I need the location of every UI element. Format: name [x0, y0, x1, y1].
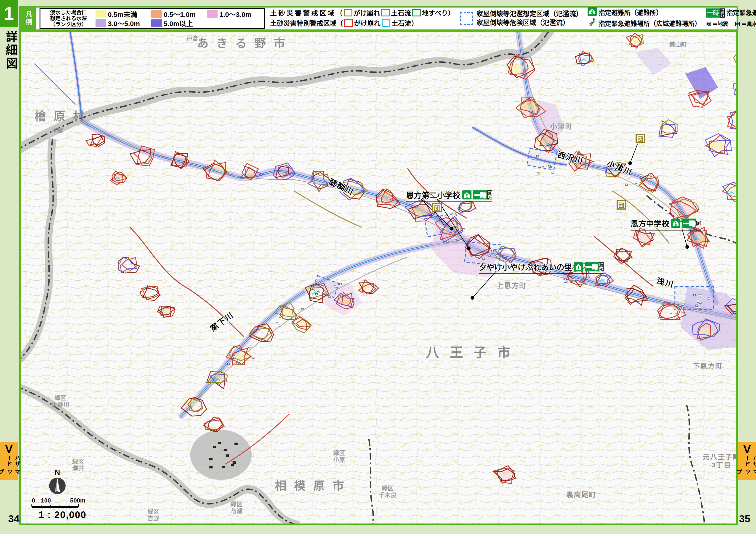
shelter-badge: 地 [487, 190, 492, 195]
map-label: 八王子市 [426, 345, 521, 360]
section-number-badge: 1 [0, 0, 18, 27]
map-label: 美山町 [669, 41, 687, 48]
map-label: 戸倉 [186, 35, 198, 42]
shelter-house-icon [587, 7, 597, 16]
landslide-legend-row: 土砂災害警戒区域（がけ崩れ土石流地すべり） [270, 8, 455, 18]
scale-tick-100: 100 [41, 497, 51, 504]
zone-outline-swatch [412, 9, 421, 16]
map-label: 下恩方町 [693, 362, 723, 370]
map-label: あきる野市 [197, 37, 293, 50]
map-label: 本宿 [51, 127, 63, 134]
dan-marker-icon: 団 [617, 200, 626, 210]
temporary-shelter-icon: 一時地水 [585, 262, 604, 271]
shelter-badge: 地 [696, 221, 701, 225]
evacuation-runner-icon [587, 18, 597, 30]
chapter-tab-left: V ハザード マップ [0, 442, 18, 480]
legend-bar: 凡例 浸水した場合に想定される水深（ランク区分） 0.5m未満 0.5〜1.0m… [19, 6, 738, 31]
zone-outline-swatch [344, 9, 352, 16]
map-label: 裏高尾町 [566, 491, 597, 499]
map-label: 相模原市 [275, 479, 352, 493]
map-label: 上恩方町 [497, 282, 527, 290]
map-label: 緑区 千木良 [379, 485, 396, 499]
map-label: 緑区 与瀬 [230, 501, 242, 515]
legend-building-collapse: 家屋倒壊等氾濫想定区域（氾濫流）家屋倒壊等危険区域（氾濫流） [460, 10, 582, 27]
scale-tick-0: 0 [32, 497, 35, 504]
legend-flood-depth: 浸水した場合に想定される水深（ランク区分） 0.5m未満 0.5〜1.0m 1.… [40, 8, 265, 29]
legend-landslide: 土砂災害警戒区域（がけ崩れ土石流地すべり）土砂災害特別警戒区域（がけ崩れ土石流） [270, 8, 455, 29]
color-swatch [95, 10, 106, 17]
legend-shelters-a: 指定避難所（避難所） 指定緊急避難場所（広域避難場所） [587, 8, 701, 30]
map-canvas [21, 32, 736, 523]
flood-legend-item: 5.0m以上 [151, 18, 206, 28]
flood-legend-item: 0.5m未満 [95, 9, 150, 19]
page-number-right: 35 [739, 513, 750, 525]
flood-depth-title: 浸水した場合に想定される水深（ランク区分） [43, 10, 94, 27]
building-collapse-lines: 家屋倒壊等氾濫想定区域（氾濫流）家屋倒壊等危険区域（氾濫流） [476, 10, 582, 27]
hazard-map-page: 1 詳細図 凡例 浸水した場合に想定される水深（ランク区分） 0.5m未満 0.… [0, 0, 756, 534]
scale-bar-icon [30, 504, 83, 509]
shelter-house-icon [574, 262, 583, 271]
color-swatch [95, 19, 106, 27]
shelter-note: 地＝地震 水＝風水害 [706, 18, 756, 30]
scale-ratio: 1 : 20,000 [39, 509, 86, 520]
page-side-title: 詳細図 [2, 31, 19, 70]
color-swatch [207, 10, 218, 17]
map-label: 檜原村 [35, 110, 92, 123]
landslide-legend-row: 土砂災害特別警戒区域（がけ崩れ土石流） [270, 18, 455, 29]
temporary-shelter-icon: 一時地 [682, 218, 701, 228]
map-label: 緑区 吉野 [148, 508, 159, 522]
shelter-badge: 水 [720, 13, 725, 17]
color-swatch [151, 10, 162, 17]
poi-label: 夕やけ小やけふれあいの里 一時地水 [479, 261, 604, 274]
dashed-zone-swatch [460, 12, 473, 25]
chapter-label-2: マップ [0, 469, 21, 479]
color-swatch [151, 19, 162, 27]
chapter-label-1: ハザード [0, 455, 21, 469]
temporary-shelter-icon: 一時地水 [473, 190, 492, 199]
scale-tick-500: 500m [70, 497, 86, 504]
map-label: 緑区 澤井 [72, 458, 84, 472]
legend-header: 凡例 [20, 8, 36, 30]
chapter-label-2: マップ [735, 469, 756, 479]
chapter-roman: V [5, 443, 13, 455]
shelter-badge: 地 [599, 262, 604, 267]
zone-outline-swatch [381, 9, 390, 16]
evacuation-runner-icon [587, 18, 597, 27]
legend-shelters-b: 一時地水 指定緊急避難場所（一時避難場所） 地＝地震 水＝風水害 [706, 8, 756, 30]
designated-shelter-label: 指定避難所（避難所） [599, 8, 662, 18]
map-label: 小津町 [550, 123, 573, 131]
flood-legend-item: 0.5〜1.0m [151, 9, 206, 19]
zone-outline-swatch [382, 19, 390, 27]
compass-rose-icon [48, 477, 67, 495]
map-area: あきる野市戸倉美山町檜原村本宿小津町西沢川小津川醍醐川上恩方町浅川案下川八王子市… [19, 30, 738, 525]
zone-outline-swatch [344, 19, 353, 27]
shelter-house-icon [462, 190, 472, 199]
temporary-shelter-label: 指定緊急避難場所（一時避難場所） [726, 8, 756, 18]
map-label: 緑区 佐野川 [51, 395, 69, 408]
poi-label: 恩方第二小学校 一時地水 [406, 189, 492, 202]
poi-label: 恩方中学校 一時地 [631, 217, 701, 231]
compass-north-label: N [48, 468, 67, 477]
flood-legend-item: 3.0〜5.0m [95, 18, 150, 28]
temporary-shelter-icon: 一時地水 [706, 9, 725, 17]
map-label: 緑区 小原 [333, 450, 345, 464]
chapter-roman: V [743, 443, 751, 455]
page-number-left: 34 [8, 513, 19, 525]
wide-area-shelter-label: 指定緊急避難場所（広域避難場所） [599, 18, 701, 30]
shelter-badge: 水 [487, 195, 492, 199]
chapter-label-1: ハザード [735, 455, 756, 469]
flood-legend-item: 1.0〜3.0m [207, 9, 262, 19]
shelter-house-icon [587, 7, 597, 19]
shelter-badge: 水 [599, 267, 604, 271]
shelter-house-icon [671, 218, 680, 228]
compass: N [48, 468, 67, 496]
dan-marker-icon: 団 [432, 203, 442, 212]
dan-marker-icon: 団 [635, 134, 645, 143]
chapter-tab-right: V ハザード マップ [738, 442, 756, 480]
map-label: 元八王子町 3丁目 [703, 453, 738, 469]
flood-depth-swatches: 0.5m未満 0.5〜1.0m 1.0〜3.0m 3.0〜5.0m 5.0m以上 [95, 9, 262, 28]
temporary-shelter-icon: 一時地水 [706, 8, 725, 18]
scale-bar: 0 100 500m [30, 497, 89, 510]
